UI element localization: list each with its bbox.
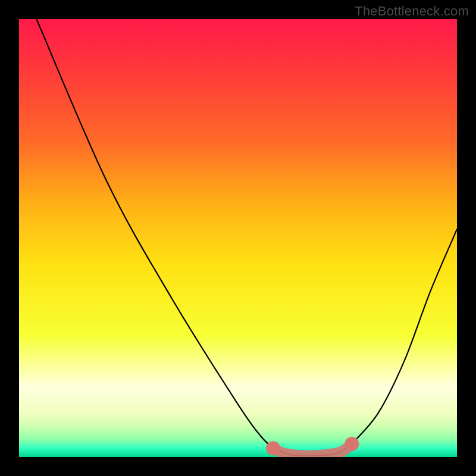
marker-band xyxy=(273,444,352,456)
marker-end xyxy=(266,441,280,455)
marker-end xyxy=(345,437,359,451)
watermark-text: TheBottleneck.com xyxy=(355,4,469,19)
chart-frame: TheBottleneck.com xyxy=(0,0,476,476)
marker-layer xyxy=(19,19,457,457)
plot-area xyxy=(19,19,457,457)
